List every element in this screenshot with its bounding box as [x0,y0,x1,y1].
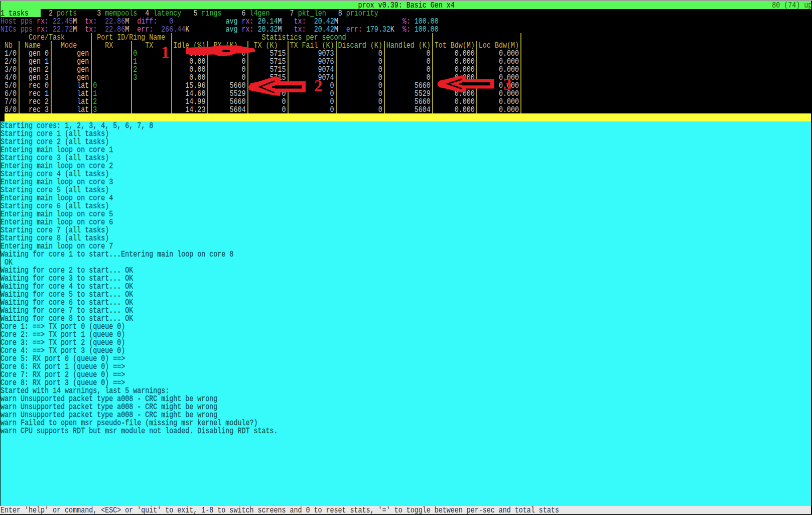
svg-text:1: 1 [161,43,170,61]
svg-text:2: 2 [314,77,323,95]
svg-text:3: 3 [503,75,512,93]
